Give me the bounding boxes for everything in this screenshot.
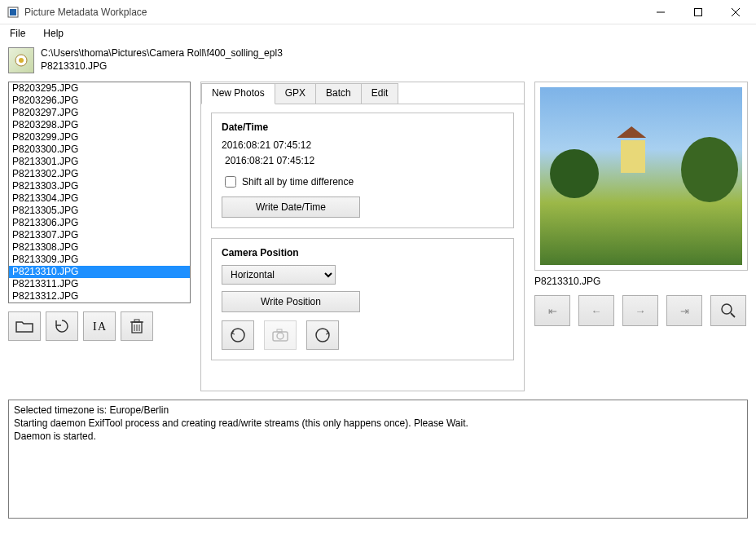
tab-batch[interactable]: Batch bbox=[316, 83, 362, 104]
tab-bar: New PhotosGPXBatchEdit bbox=[201, 82, 524, 104]
open-folder-button[interactable] bbox=[8, 311, 41, 341]
svg-point-21 bbox=[722, 304, 732, 314]
file-list-item[interactable]: P8213306.JPG bbox=[9, 217, 190, 229]
svg-point-18 bbox=[277, 333, 284, 339]
close-button[interactable] bbox=[717, 0, 754, 24]
maximize-button[interactable] bbox=[679, 0, 717, 24]
shift-checkbox[interactable] bbox=[225, 176, 236, 188]
datetime-group: Date/Time 2016:08:21 07:45:12 2016:08:21… bbox=[211, 113, 514, 228]
file-list-item[interactable]: P8213311.JPG bbox=[9, 278, 190, 290]
svg-rect-3 bbox=[695, 8, 702, 15]
nav-next-button[interactable]: → bbox=[622, 295, 658, 326]
refresh-button[interactable] bbox=[46, 311, 78, 341]
datetime-original: 2016:08:21 07:45:12 bbox=[222, 139, 503, 151]
camera-button[interactable] bbox=[264, 320, 297, 350]
log-line: Starting daemon ExifTool process and cre… bbox=[14, 417, 742, 430]
titlebar: Picture Metadata Workplace bbox=[0, 0, 756, 24]
svg-text:A: A bbox=[98, 320, 107, 333]
file-list-item[interactable]: P8203296.JPG bbox=[9, 95, 190, 107]
svg-point-16 bbox=[231, 329, 244, 342]
zoom-button[interactable] bbox=[710, 295, 746, 326]
header-thumbnail bbox=[8, 47, 34, 73]
header-filename: P8213310.JPG bbox=[41, 60, 283, 73]
file-list-item[interactable]: P8203295.JPG bbox=[9, 82, 190, 95]
svg-text:I: I bbox=[93, 320, 97, 333]
svg-rect-15 bbox=[134, 320, 139, 322]
log-line: Daemon is started. bbox=[14, 430, 742, 443]
rotate-right-button[interactable] bbox=[306, 320, 339, 350]
log-line: Selected timezone is: Europe/Berlin bbox=[14, 404, 742, 417]
log-output[interactable]: Selected timezone is: Europe/Berlin Star… bbox=[8, 400, 748, 519]
datetime-title: Date/Time bbox=[222, 121, 503, 133]
app-icon bbox=[7, 6, 20, 19]
file-list-item[interactable]: P8213303.JPG bbox=[9, 180, 190, 192]
rename-button[interactable]: IA bbox=[83, 311, 116, 341]
file-list-item[interactable]: P8203299.JPG bbox=[9, 131, 190, 144]
header-path: C:\Users\thoma\Pictures\Camera Roll\f400… bbox=[41, 47, 283, 60]
menu-file[interactable]: File bbox=[5, 26, 30, 41]
file-list-item[interactable]: P8213310.JPG bbox=[9, 266, 190, 278]
camera-title: Camera Position bbox=[222, 247, 503, 258]
datetime-editable[interactable]: 2016:08:21 07:45:12 bbox=[222, 154, 318, 167]
orientation-select[interactable]: Horizontal bbox=[222, 265, 336, 285]
svg-point-20 bbox=[316, 329, 329, 342]
shift-checkbox-row[interactable]: Shift all by time difference bbox=[222, 174, 503, 190]
file-list-item[interactable]: P8213305.JPG bbox=[9, 205, 190, 217]
window-title: Picture Metadata Workplace bbox=[24, 7, 642, 18]
file-list-item[interactable]: P8213309.JPG bbox=[9, 254, 190, 266]
file-list-item[interactable]: P8203300.JPG bbox=[9, 144, 190, 156]
tab-new-photos[interactable]: New Photos bbox=[201, 83, 275, 104]
menubar: File Help bbox=[0, 24, 756, 42]
write-datetime-button[interactable]: Write Date/Time bbox=[222, 197, 360, 218]
shift-label: Shift all by time difference bbox=[242, 176, 354, 188]
file-list-item[interactable]: P8203298.JPG bbox=[9, 119, 190, 131]
camera-position-group: Camera Position Horizontal Write Positio… bbox=[211, 238, 514, 360]
delete-button[interactable] bbox=[121, 311, 153, 341]
file-list-item[interactable]: P8213302.JPG bbox=[9, 168, 190, 180]
path-header: C:\Users\thoma\Pictures\Camera Roll\f400… bbox=[0, 42, 756, 82]
file-list[interactable]: P8203295.JPGP8203296.JPGP8203297.JPGP820… bbox=[8, 82, 191, 303]
nav-prev-button[interactable]: ← bbox=[578, 295, 614, 326]
nav-last-button[interactable]: ⇥ bbox=[666, 295, 702, 326]
tab-edit[interactable]: Edit bbox=[362, 83, 399, 104]
file-list-item[interactable]: P8213308.JPG bbox=[9, 241, 190, 254]
svg-rect-1 bbox=[10, 9, 16, 15]
file-list-item[interactable]: P8213304.JPG bbox=[9, 192, 190, 205]
svg-line-22 bbox=[731, 313, 735, 317]
rotate-left-button[interactable] bbox=[222, 320, 254, 350]
preview-image bbox=[540, 87, 742, 265]
menu-help[interactable]: Help bbox=[38, 26, 68, 41]
svg-point-7 bbox=[19, 58, 24, 63]
minimize-button[interactable] bbox=[642, 0, 679, 24]
file-list-item[interactable]: P8213312.JPG bbox=[9, 290, 190, 302]
svg-rect-19 bbox=[277, 329, 282, 332]
center-panel: New PhotosGPXBatchEdit Date/Time 2016:08… bbox=[200, 82, 525, 391]
file-list-item[interactable]: P8213301.JPG bbox=[9, 156, 190, 168]
tab-gpx[interactable]: GPX bbox=[275, 83, 316, 104]
file-list-item[interactable]: P8213307.JPG bbox=[9, 229, 190, 241]
file-list-item[interactable]: P8203297.JPG bbox=[9, 107, 190, 119]
write-position-button[interactable]: Write Position bbox=[222, 291, 360, 312]
nav-first-button[interactable]: ⇤ bbox=[534, 295, 570, 326]
preview-pane bbox=[534, 82, 748, 271]
preview-filename: P8213310.JPG bbox=[534, 276, 748, 287]
